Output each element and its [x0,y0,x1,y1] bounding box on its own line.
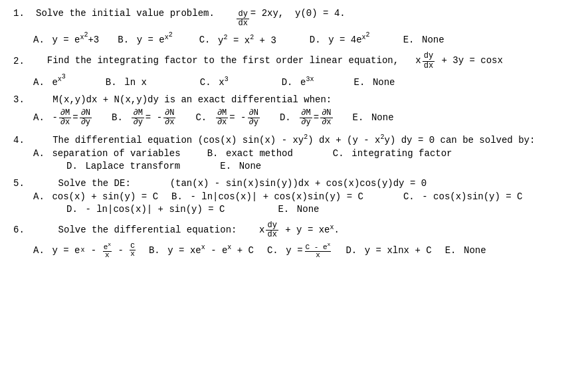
q6-ans-d: D. y = xlnx + C [345,245,431,256]
q5-number: 5. [13,178,32,189]
q3c-frac1: ∂M∂x [216,109,228,127]
q3c-frac2: ∂N∂y [248,109,260,127]
q6a-frac2: Cx [130,242,136,258]
q4-line: 4. The differential equation (cos(x) sin… [13,134,575,145]
q2-ans-b: B. ln x [106,77,147,88]
q5-ans-b: B. - ln|cos(x)| + cos(x)sin(y) = C [171,191,363,202]
q3d-frac1: ∂M∂y [300,109,312,127]
q2-text: Find the integrating factor to the first… [36,52,503,70]
q3-ans-e: E. None [353,112,394,123]
question-1: 1. Solve the initial value problem. dydx… [13,8,575,45]
q3a-frac1: ∂M∂x [59,109,71,127]
q5-ans-a: A. cos(x) + sin(y) = C [33,191,158,202]
q2-ans-c: C. x3 [200,76,229,88]
q3d-frac2: ∂N∂x [320,109,332,127]
question-4: 4. The differential equation (cos(x) sin… [13,134,575,171]
q2-number: 2. [13,56,32,66]
q4-ans-c: C. integrating factor [333,148,452,159]
q6-ans-c: C. y = C - exx [267,242,332,259]
q6-ans-a: A. y = ex - exx - Cx [33,242,136,259]
question-5: 5. Solve the DE: (tan(x) - sin(x)sin(y))… [13,178,575,215]
q5-text: Solve the DE: (tan(x) - sin(x)sin(y))dx … [36,178,427,189]
q5-answers-row2: D. - ln|cos(x)| + sin(y) = C E. None [66,204,575,215]
q1-ans-c: C. y2 = x2 + 3 [199,34,276,46]
q2-ans-d: D. e3x [282,76,314,88]
q1-line: 1. Solve the initial value problem. dydx… [13,8,575,28]
q1-ans-e: E. None [403,35,444,45]
q3-line: 3. M(x,y)dx + N(x,y)dy is an exact diffe… [13,94,575,105]
q1-answers: A. y = ex2+3 B. y = ex2 C. y2 = x2 + 3 D… [33,31,575,45]
q2-ans-a: A. ex3 [33,73,66,88]
question-6: 6. Solve the differential equation: xdyd… [13,221,575,259]
q2-ans-e: E. None [354,77,395,88]
q6-text: Solve the differential equation: xdydx +… [36,221,340,239]
q1-frac: dydx [237,10,248,28]
q6a-frac1: exx [103,242,112,259]
q5-ans-e: E. None [278,204,319,215]
q1-ans-b: B. y = ex2 [118,31,172,45]
q4-answers-row1: A. separation of variables B. exact meth… [33,148,575,159]
q3b-frac1: ∂M∂y [132,109,144,127]
q6-ans-e: E. None [445,245,486,256]
question-3: 3. M(x,y)dx + N(x,y)dy is an exact diffe… [13,94,575,127]
q1-ans-d: D. y = 4ex2 [310,31,370,45]
q5-ans-c: C. - cos(x)sin(y) = C [403,191,523,202]
question-2: 2. Find the integrating factor to the fi… [13,52,575,87]
q1-text: Solve the initial value problem. dydx = … [36,8,345,28]
q3-text: M(x,y)dx + N(x,y)dy is an exact differen… [36,94,332,105]
q3-ans-d: D. ∂M∂y = ∂N∂x [280,109,333,127]
q4-answers-row2: D. Laplace transform E. None [66,161,575,171]
quiz-container: 1. Solve the initial value problem. dydx… [13,8,575,259]
q1-number: 1. [13,8,32,19]
q2-line: 2. Find the integrating factor to the fi… [13,52,575,70]
q6c-frac: C - exx [305,242,332,259]
q4-ans-e: E. None [220,161,261,171]
q4-ans-a: A. separation of variables [33,148,181,159]
q5-line: 5. Solve the DE: (tan(x) - sin(x)sin(y))… [13,178,575,189]
q3-number: 3. [13,94,32,105]
q4-ans-d: D. Laplace transform [66,161,180,171]
q6-frac: dydx [266,221,278,239]
q3a-frac2: ∂N∂y [80,109,92,127]
q3-ans-c: C. ∂M∂x = - ∂N∂y [195,109,259,127]
q5-answers-row1: A. cos(x) + sin(y) = C B. - ln|cos(x)| +… [33,191,575,202]
q4-ans-b: B. exact method [207,148,293,159]
q4-text: The differential equation (cos(x) sin(x)… [36,134,535,145]
q6-ans-b: B. y = xex - ex + C [149,244,254,256]
q6-number: 6. [13,225,32,235]
q2-frac: dydx [423,52,435,70]
q5-ans-d: D. - ln|cos(x)| + sin(y) = C [66,204,225,215]
q3-ans-b: B. ∂M∂y = - ∂N∂x [112,109,175,127]
q4-number: 4. [13,135,32,145]
q3-ans-a: A. - ∂M∂x = ∂N∂y [33,109,92,127]
q6-line: 6. Solve the differential equation: xdyd… [13,221,575,239]
q3-answers: A. - ∂M∂x = ∂N∂y B. ∂M∂y = - ∂N∂x [33,109,575,127]
q3b-frac2: ∂N∂x [163,109,175,127]
q6-answers: A. y = ex - exx - Cx B. y = xex - ex + C… [33,242,575,259]
q2-answers: A. ex3 B. ln x C. x3 D. e3x E. None [33,73,575,88]
q1-ans-a: A. y = ex2+3 [33,31,99,45]
